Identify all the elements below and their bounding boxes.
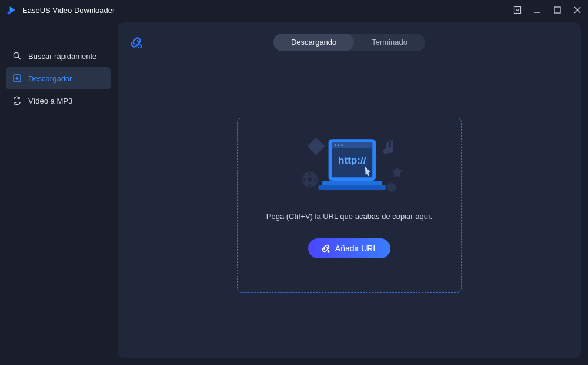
tab-downloading[interactable]: Descargando — [273, 34, 354, 51]
svg-line-7 — [18, 57, 21, 59]
sidebar-item-video-to-mp3[interactable]: Vídeo a MP3 — [6, 89, 111, 112]
sidebar-item-label: Buscar rápidamente — [28, 52, 96, 61]
add-url-button-label: Añadir URL — [335, 244, 377, 253]
link-plus-icon — [321, 244, 330, 253]
svg-rect-1 — [514, 7, 521, 14]
svg-rect-10 — [308, 138, 325, 155]
window-dropdown-button[interactable] — [513, 5, 522, 15]
app-title: EaseUS Video Downloader — [22, 6, 115, 15]
laptop-illustration-icon: http:// — [285, 136, 414, 198]
sidebar: Buscar rápidamente Descargador — [0, 18, 118, 365]
svg-point-15 — [303, 178, 306, 181]
svg-point-0 — [8, 12, 11, 15]
svg-point-23 — [335, 144, 336, 146]
window-close-button[interactable] — [573, 5, 582, 15]
sidebar-item-downloader[interactable]: Descargador — [6, 67, 111, 89]
svg-point-13 — [309, 173, 311, 175]
svg-rect-19 — [318, 185, 386, 190]
svg-point-24 — [338, 144, 339, 146]
sidebar-item-label: Descargador — [28, 74, 72, 83]
drop-area[interactable]: http:// Pega (Ctrl+V) la URL que acabas … — [237, 118, 462, 293]
drop-instruction: Pega (Ctrl+V) la URL que acabas de copia… — [266, 212, 432, 221]
add-url-top-icon[interactable] — [129, 36, 142, 49]
svg-point-25 — [341, 144, 343, 146]
svg-point-12 — [308, 177, 312, 182]
download-icon — [12, 74, 22, 83]
svg-point-16 — [315, 178, 317, 181]
svg-rect-3 — [554, 7, 560, 13]
sidebar-item-search[interactable]: Buscar rápidamente — [6, 45, 111, 67]
svg-point-14 — [309, 184, 311, 187]
svg-point-17 — [387, 183, 396, 192]
window-minimize-button[interactable] — [533, 5, 542, 15]
add-url-button[interactable]: Añadir URL — [308, 238, 390, 258]
svg-point-6 — [14, 52, 19, 58]
titlebar: EaseUS Video Downloader — [0, 0, 588, 18]
app-logo-icon — [6, 4, 18, 16]
tab-finished[interactable]: Terminado — [354, 34, 425, 51]
main-panel: Descargando Terminado — [118, 22, 581, 358]
svg-text:http://: http:// — [338, 154, 366, 166]
convert-icon — [12, 96, 22, 105]
search-icon — [12, 51, 22, 61]
window-maximize-button[interactable] — [553, 5, 562, 15]
sidebar-item-label: Vídeo a MP3 — [28, 97, 72, 105]
tab-switcher: Descargando Terminado — [273, 34, 425, 51]
